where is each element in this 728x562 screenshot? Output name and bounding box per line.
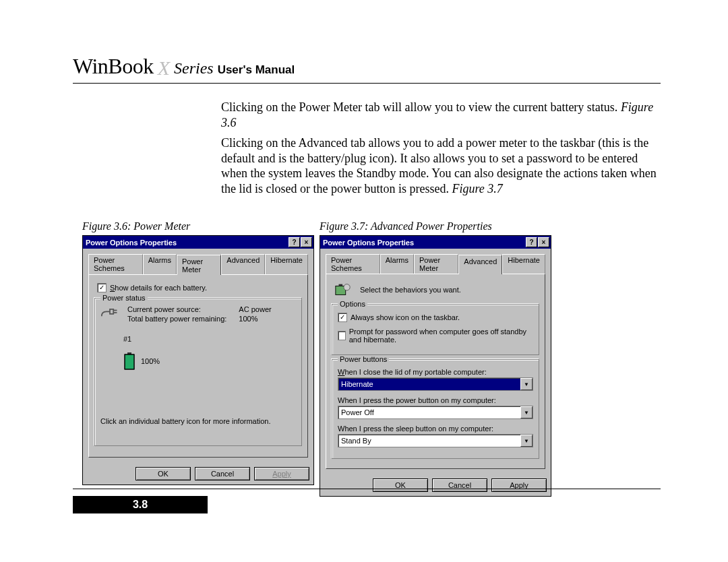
chevron-down-icon: ▼ <box>520 406 533 418</box>
svg-rect-0 <box>113 310 117 311</box>
ok-button[interactable]: OK <box>135 467 191 480</box>
dialog-power-meter: Power Options Properties ? × Power Schem… <box>82 235 314 485</box>
checkbox-show-icon-label: Always show icon on the taskbar. <box>351 313 460 321</box>
figure-ref-37: Figure 3.7 <box>452 182 502 195</box>
chevron-down-icon: ▼ <box>520 378 533 390</box>
tab-power-schemes[interactable]: Power Schemes <box>326 254 380 274</box>
tab-power-meter[interactable]: Power Meter <box>414 254 458 274</box>
tab-advanced[interactable]: Advanced <box>221 254 265 274</box>
brand-series: Series <box>174 59 214 77</box>
sleep-button-label: When I press the sleep button on my comp… <box>338 425 533 433</box>
tab-power-meter[interactable]: Power Meter <box>177 255 221 275</box>
page-number: 3.8 <box>73 496 208 513</box>
groupbox-options: Options ✓ Always show icon on the taskba… <box>332 304 539 355</box>
plug-icon <box>100 305 119 320</box>
battery-icon[interactable] <box>123 352 135 370</box>
close-button[interactable]: × <box>538 237 549 247</box>
groupbox-power-buttons: Power buttons When I close the lid of my… <box>332 359 539 459</box>
cancel-button[interactable]: Cancel <box>195 467 250 480</box>
checkbox-prompt-password[interactable] <box>338 331 346 340</box>
checkbox-prompt-password-label: Prompt for password when computer goes o… <box>349 327 533 344</box>
brand-x-icon: X <box>158 57 170 80</box>
header-rule <box>73 83 661 84</box>
apply-button[interactable]: Apply <box>254 467 309 480</box>
value-power-source: AC power <box>239 305 271 313</box>
tab-strip: Power Schemes Alarms Power Meter Advance… <box>88 254 308 274</box>
checkbox-show-icon[interactable]: ✓ <box>338 313 347 322</box>
battery-settings-icon <box>333 281 353 299</box>
tab-strip: Power Schemes Alarms Power Meter Advance… <box>326 254 545 274</box>
brand-suffix: User's Manual <box>218 63 295 77</box>
brand-main: WinBook <box>73 54 154 79</box>
help-button[interactable]: ? <box>526 237 537 247</box>
power-buttons-legend: Power buttons <box>338 355 389 363</box>
lid-close-value: Hibernate <box>338 380 520 388</box>
power-button-value: Power Off <box>338 408 520 416</box>
tab-hibernate[interactable]: Hibernate <box>502 254 545 274</box>
paragraph-1: Clicking on the Power Meter tab will all… <box>221 100 621 114</box>
label-batt-remaining: Total battery power remaining: <box>127 315 226 323</box>
footer-rule <box>73 489 661 489</box>
close-button[interactable]: × <box>301 237 312 247</box>
sleep-button-value: Stand By <box>338 437 520 445</box>
tab-alarms[interactable]: Alarms <box>380 254 414 274</box>
options-legend: Options <box>338 300 367 308</box>
label-power-source: Current power source: <box>127 305 226 313</box>
figure-caption-36: Figure 3.6: Power Meter <box>82 220 314 232</box>
chevron-down-icon: ▼ <box>520 435 533 447</box>
value-batt-remaining: 100% <box>239 315 271 323</box>
titlebar: Power Options Properties ? × <box>320 236 551 249</box>
lid-close-combo[interactable]: Hibernate ▼ <box>338 377 533 391</box>
ok-button[interactable]: OK <box>373 478 428 492</box>
apply-button[interactable]: Apply <box>491 478 547 492</box>
svg-rect-6 <box>339 284 343 286</box>
checkbox-show-details-label: Show details for each battery. <box>110 284 207 292</box>
body-text: Clicking on the Power Meter tab will all… <box>221 100 661 196</box>
page-header: WinBook X Series User's Manual <box>73 54 661 79</box>
battery-hint: Click an individual battery icon for mor… <box>100 417 296 425</box>
power-button-combo[interactable]: Power Off ▼ <box>338 406 533 419</box>
groupbox-legend: Power status <box>100 294 148 302</box>
checkbox-show-details[interactable]: ✓ <box>97 283 107 292</box>
tab-power-schemes[interactable]: Power Schemes <box>88 254 143 274</box>
svg-point-7 <box>344 284 350 290</box>
tab-hibernate[interactable]: Hibernate <box>265 254 308 274</box>
select-behaviors-label: Select the behaviors you want. <box>360 286 461 294</box>
dialog-title: Power Options Properties <box>323 239 525 247</box>
cancel-button[interactable]: Cancel <box>432 478 487 492</box>
figure-caption-37: Figure 3.7: Advanced Power Properties <box>320 220 551 232</box>
battery-percent: 100% <box>141 357 160 365</box>
tab-advanced[interactable]: Advanced <box>458 255 502 274</box>
paragraph-2: Clicking on the Advanced tab allows you … <box>221 136 657 195</box>
help-button[interactable]: ? <box>289 237 300 247</box>
tab-alarms[interactable]: Alarms <box>143 254 177 274</box>
dialog-advanced: Power Options Properties ? × Power Schem… <box>320 235 551 497</box>
dialog-title: Power Options Properties <box>86 239 288 247</box>
sleep-button-combo[interactable]: Stand By ▼ <box>338 434 533 447</box>
power-button-label: When I press the power button on my comp… <box>338 396 533 404</box>
groupbox-power-status: Power status Current power source: AC po… <box>94 298 302 446</box>
svg-rect-1 <box>113 312 117 313</box>
lid-close-label: When I close the lid of my portable comp… <box>338 368 533 376</box>
titlebar: Power Options Properties ? × <box>83 236 313 249</box>
battery-number: #1 <box>123 335 296 343</box>
svg-rect-3 <box>125 354 134 369</box>
